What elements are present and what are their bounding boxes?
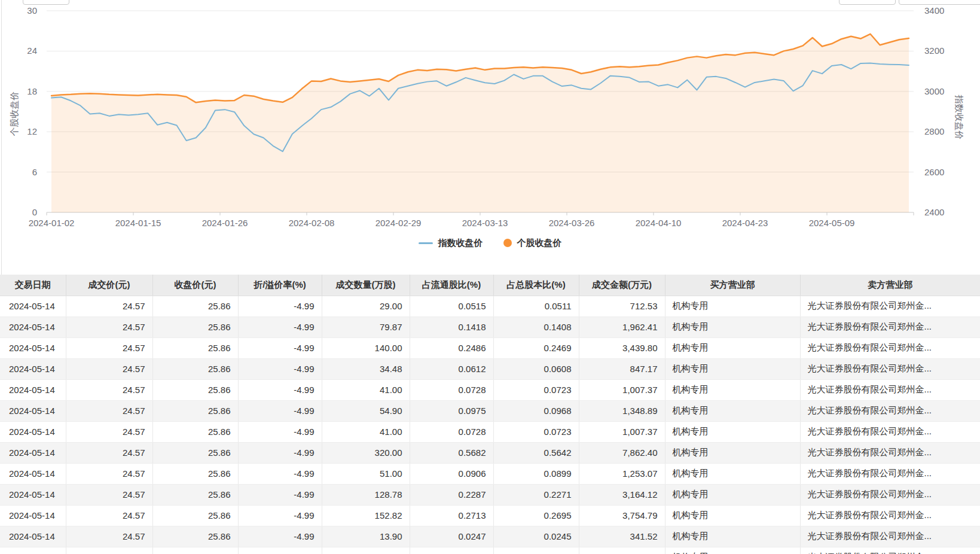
table-cell: 机构专用 xyxy=(665,505,800,526)
table-cell xyxy=(322,547,410,554)
table-cell: 0.2695 xyxy=(493,505,579,526)
table-cell: 341.52 xyxy=(579,526,665,547)
table-cell: 2024-05-14 xyxy=(0,358,66,379)
table-cell: 机构专用 xyxy=(665,442,800,463)
table-cell: 0.5682 xyxy=(410,442,493,463)
price-chart-panel: 30340024320018300012280062600024002024-0… xyxy=(0,0,980,275)
table-cell: 24.57 xyxy=(66,358,152,379)
table-cell: 光大证券股份有限公司郑州金... xyxy=(800,463,980,484)
table-cell: 0.0245 xyxy=(493,526,579,547)
table-header-cell: 交易日期 xyxy=(0,275,66,296)
table-cell: 机构专用 xyxy=(665,463,800,484)
table-cell: 机构专用 xyxy=(665,296,800,316)
table-cell: 0.2287 xyxy=(410,484,493,505)
table-cell: 320.00 xyxy=(322,442,410,463)
table-header-cell: 占流通股比(%) xyxy=(410,275,493,296)
table-cell: 0.0728 xyxy=(410,379,493,400)
table-cell: 41.00 xyxy=(322,421,410,442)
table-cell: 25.86 xyxy=(152,526,238,547)
table-header-cell: 成交数量(万股) xyxy=(322,275,410,296)
table-cell: -4.99 xyxy=(238,484,322,505)
legend-item-stock[interactable]: 个股收盘价 xyxy=(503,238,562,249)
table-cell: 光大证券股份有限公司郑州金... xyxy=(800,379,980,400)
table-cell: 13.90 xyxy=(322,526,410,547)
legend-label-stock: 个股收盘价 xyxy=(517,238,562,249)
table-row: 2024-05-1424.5725.86-4.9941.000.07280.07… xyxy=(0,421,980,442)
right-axis-tick: 3400 xyxy=(924,5,944,16)
table-cell: 34.48 xyxy=(322,358,410,379)
table-header-cell: 折/溢价率(%) xyxy=(238,275,322,296)
left-axis-tick: 24 xyxy=(27,45,37,56)
table-cell: -4.99 xyxy=(238,337,322,358)
table-cell xyxy=(493,547,579,554)
table-cell: 2024-05-14 xyxy=(0,316,66,337)
table-cell: 机构专用 xyxy=(665,526,800,547)
table-cell: 2024-05-14 xyxy=(0,505,66,526)
table-cell: -4.99 xyxy=(238,547,322,554)
table-cell: 25.86 xyxy=(152,463,238,484)
table-cell: 25.86 xyxy=(152,484,238,505)
table-cell: 24.57 xyxy=(66,505,152,526)
price-chart[interactable]: 30340024320018300012280062600024002024-0… xyxy=(0,0,980,275)
table-cell: 25.86 xyxy=(152,421,238,442)
index-line-marker xyxy=(419,242,433,244)
stock-area-fill xyxy=(51,34,909,212)
table-cell: 机构专用 xyxy=(665,379,800,400)
table-row: 2024-05-1424.5725.86-4.9913.900.02470.02… xyxy=(0,526,980,547)
table-cell: 光大证券股份有限公司郑州金... xyxy=(800,505,980,526)
table-cell: 0.0975 xyxy=(410,400,493,421)
table-cell: 152.82 xyxy=(322,505,410,526)
table-cell: 2024-05-14 xyxy=(0,296,66,316)
x-axis-label: 2024-04-23 xyxy=(722,218,768,228)
table-cell: 光大证券股份有限公司郑州金... xyxy=(800,484,980,505)
table-header-cell: 占总股本比(%) xyxy=(493,275,579,296)
x-axis-label: 2024-04-10 xyxy=(636,218,682,228)
table-cell: 79.87 xyxy=(322,316,410,337)
right-axis-tick: 3200 xyxy=(924,45,944,56)
table-cell: 24.57 xyxy=(66,296,152,316)
table-header-cell: 卖方营业部 xyxy=(800,275,980,296)
table-row: 2024-05-1424.5725.86-4.99140.000.24860.2… xyxy=(0,337,980,358)
table-cell: 25.86 xyxy=(152,379,238,400)
table-cell: 0.0723 xyxy=(493,379,579,400)
x-axis-label: 2024-02-29 xyxy=(375,218,422,228)
table-row: 2024-05-1424.5725.86-4.9951.000.09060.08… xyxy=(0,463,980,484)
table-cell: 0.0899 xyxy=(493,463,579,484)
table-cell: 光大证券股份有限公司郑州金... xyxy=(800,316,980,337)
table-cell: 3,439.80 xyxy=(579,337,665,358)
left-axis-tick: 6 xyxy=(32,167,37,177)
table-cell: 1,962.41 xyxy=(579,316,665,337)
table-cell: 机构专用 xyxy=(665,484,800,505)
left-axis-tick: 18 xyxy=(27,86,37,96)
table-cell: -4.99 xyxy=(238,379,322,400)
x-axis-label: 2024-02-08 xyxy=(289,218,335,228)
table-cell: 847.17 xyxy=(579,358,665,379)
block-trade-page: 30340024320018300012280062600024002024-0… xyxy=(0,0,980,554)
table-cell: 29.00 xyxy=(322,296,410,316)
right-axis-tick: 2600 xyxy=(924,167,944,177)
table-cell: 25.86 xyxy=(152,442,238,463)
table-cell: 24.57 xyxy=(66,337,152,358)
table-cell: 24.57 xyxy=(66,421,152,442)
table-cell: 机构专用 xyxy=(665,316,800,337)
table-cell: 0.1408 xyxy=(493,316,579,337)
x-axis-label: 2024-01-02 xyxy=(29,218,75,228)
table-cell: -4.99 xyxy=(238,358,322,379)
x-axis-label: 2024-03-13 xyxy=(462,218,508,228)
table-cell: 25.86 xyxy=(152,316,238,337)
chart-legend: 指数收盘价 个股收盘价 xyxy=(0,236,980,249)
table-row: 2024-05-1424.5725.86-4.99152.820.27130.2… xyxy=(0,505,980,526)
table-cell: 2024-05-14 xyxy=(0,484,66,505)
table-row: 2024-05-1424.5725.86-4.9934.480.06120.06… xyxy=(0,358,980,379)
table-cell: 41.00 xyxy=(322,379,410,400)
table-cell: 0.0723 xyxy=(493,421,579,442)
legend-item-index[interactable]: 指数收盘价 xyxy=(419,238,483,249)
table-cell: 机构专用 xyxy=(665,337,800,358)
table-row: 2024-05-1424.5725.86-4.9979.870.14180.14… xyxy=(0,316,980,337)
table-cell: 2024-05-14 xyxy=(0,421,66,442)
table-cell: 机构专用 xyxy=(665,547,800,554)
block-trades-table: 交易日期成交价(元)收盘价(元)折/溢价率(%)成交数量(万股)占流通股比(%)… xyxy=(0,275,980,554)
left-axis-tick: 30 xyxy=(27,5,37,16)
table-cell: 2024-05-14 xyxy=(0,442,66,463)
table-cell: 7,862.40 xyxy=(579,442,665,463)
